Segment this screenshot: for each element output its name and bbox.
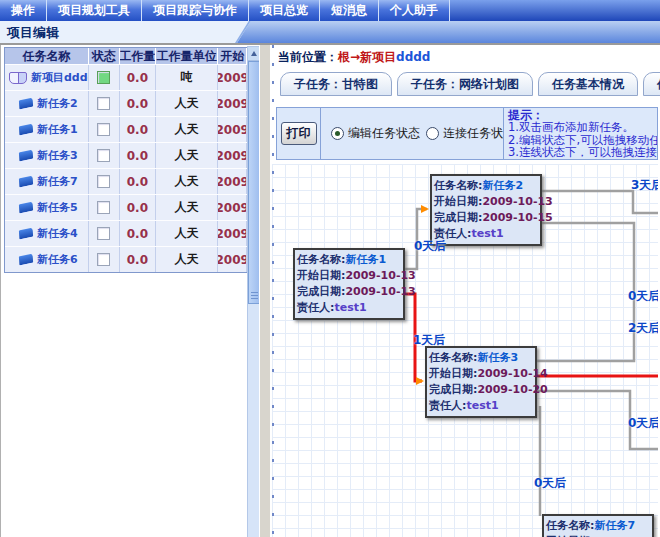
menubar: 操作项目规划工具项目跟踪与协作项目总览短消息个人助手 — [0, 0, 660, 21]
unit-cell: 人天 — [156, 247, 218, 272]
menu-item[interactable]: 项目跟踪与协作 — [142, 0, 249, 21]
workload-cell: 0.0 — [120, 221, 157, 246]
field-label: 开始日期: — [429, 367, 477, 380]
field-value: 新任务2 — [482, 179, 523, 192]
breadcrumb-arrow-icon: → — [350, 50, 360, 64]
task-node[interactable]: 任务名称:新任务7开始日期:2009-10-20 — [542, 514, 654, 537]
print-button[interactable]: 打印 — [281, 122, 317, 145]
task-node-field: 责任人:test1 — [434, 226, 540, 242]
breadcrumb-project-suffix[interactable]: dddd — [396, 50, 430, 64]
task-name-cell: 新任务3 — [5, 143, 89, 168]
status-checkbox[interactable] — [97, 201, 110, 214]
network-diagram-canvas[interactable]: 任务名称:新任务2开始日期:2009-10-13完成日期:2009-10-15责… — [272, 164, 658, 537]
breadcrumb-root-link[interactable]: 根 — [338, 50, 350, 64]
table-row[interactable]: 新项目dddd0.0吨2009 — [5, 64, 247, 90]
task-node-field: 任务名称:新任务2 — [434, 178, 540, 194]
workload-cell: 0.0 — [120, 65, 157, 90]
table-row[interactable]: 新任务10.0人天2009 — [5, 116, 247, 142]
task-node-field: 任务名称:新任务3 — [429, 350, 535, 366]
task-name-cell: 新任务7 — [5, 169, 89, 194]
edit-mode-radio[interactable] — [331, 127, 344, 140]
app-window: 操作项目规划工具项目跟踪与协作项目总览短消息个人助手 项目编辑 任务名称状态工作… — [0, 0, 660, 537]
page-title: 项目编辑 — [7, 24, 59, 42]
table-row[interactable]: 新任务30.0人天2009 — [5, 142, 247, 168]
book-icon — [19, 98, 33, 110]
menu-item[interactable]: 项目规划工具 — [47, 0, 142, 21]
subtask-tabs: 子任务：甘特图子任务：网络计划图任务基本情况任务变更 — [280, 72, 660, 95]
mode-radios: 编辑任务状态 连接任务状态 — [321, 108, 504, 159]
table-row[interactable]: 新任务60.0人天2009 — [5, 246, 247, 272]
breadcrumb-project-link[interactable]: 新项目 — [360, 50, 396, 64]
status-cell — [89, 91, 120, 116]
task-name-label: 新任务3 — [37, 148, 78, 163]
network-diagram-panel: 当前位置：根→新项目dddd 子任务：甘特图子任务：网络计划图任务基本情况任务变… — [270, 45, 660, 537]
start-date-cell: 2009 — [218, 169, 247, 194]
status-checkbox[interactable] — [97, 123, 110, 136]
task-name-cell: 新任务6 — [5, 247, 89, 272]
arrowhead-icon — [421, 205, 429, 213]
column-header[interactable]: 工作量 — [120, 48, 157, 64]
hints-box: 提示： 1.双击画布添加新任务。2.编辑状态下,可以拖拽移动任务框3.连线状态下… — [504, 108, 657, 159]
tab[interactable]: 任务变更 — [643, 72, 660, 96]
tab[interactable]: 子任务：网络计划图 — [397, 72, 533, 96]
start-date-cell: 2009 — [218, 65, 247, 90]
start-date-cell: 2009 — [218, 247, 247, 272]
tab[interactable]: 子任务：甘特图 — [280, 72, 392, 96]
task-name-label: 新项目dddd — [31, 70, 89, 85]
task-node-field: 完成日期:2009-10-20 — [429, 382, 535, 398]
field-value: test1 — [334, 301, 366, 314]
table-row[interactable]: 新任务40.0人天2009 — [5, 220, 247, 246]
splitter-dots-icon — [272, 45, 274, 537]
start-date-cell: 2009 — [218, 195, 247, 220]
tab[interactable]: 任务基本情况 — [538, 72, 638, 96]
task-node[interactable]: 任务名称:新任务1开始日期:2009-10-13完成日期:2009-10-13责… — [293, 248, 405, 320]
task-node-field: 开始日期:2009-10-13 — [434, 194, 540, 210]
page-tabstrip: 项目编辑 — [0, 21, 660, 43]
workload-cell: 0.0 — [120, 247, 157, 272]
menu-item[interactable]: 个人助手 — [379, 0, 450, 21]
status-checkbox[interactable] — [97, 71, 110, 84]
menu-item[interactable]: 操作 — [0, 0, 47, 21]
column-header[interactable]: 任务名称 — [5, 48, 89, 64]
task-name-label: 新任务7 — [37, 174, 78, 189]
menu-item[interactable]: 短消息 — [320, 0, 379, 21]
hints-lines: 1.双击画布添加新任务。2.编辑状态下,可以拖拽移动任务框3.连线状态下，可以拖… — [508, 121, 657, 159]
column-header[interactable]: 工作量单位 — [156, 48, 218, 64]
start-date-cell: 2009 — [218, 221, 247, 246]
task-name-label: 新任务6 — [37, 252, 78, 267]
status-checkbox[interactable] — [97, 149, 110, 162]
book-icon — [19, 254, 33, 266]
task-node[interactable]: 任务名称:新任务3开始日期:2009-10-14完成日期:2009-10-20责… — [425, 346, 537, 418]
table-row[interactable]: 新任务70.0人天2009 — [5, 168, 247, 194]
column-header[interactable]: 开始 — [218, 48, 247, 64]
task-name-label: 新任务1 — [37, 122, 78, 137]
table-row[interactable]: 新任务20.0人天2009 — [5, 90, 247, 116]
field-value: 2009-10-14 — [477, 367, 547, 380]
field-label: 任务名称: — [429, 351, 477, 364]
connector-line — [537, 223, 634, 361]
connect-mode-radio[interactable] — [426, 127, 439, 140]
task-node-field: 开始日期:2009-10-14 — [429, 366, 535, 382]
status-checkbox[interactable] — [97, 227, 110, 240]
workload-cell: 0.0 — [120, 117, 157, 142]
task-node-field: 开始日期:2009-10-13 — [297, 268, 403, 284]
menu-item[interactable]: 项目总览 — [249, 0, 320, 21]
status-checkbox[interactable] — [97, 97, 110, 110]
open-book-icon — [9, 72, 27, 84]
book-icon — [19, 202, 33, 214]
column-header[interactable]: 状态 — [89, 48, 120, 64]
field-value: test1 — [471, 227, 503, 240]
task-node[interactable]: 任务名称:新任务2开始日期:2009-10-13完成日期:2009-10-15责… — [430, 174, 542, 246]
table-header-row: 任务名称状态工作量工作量单位开始 — [5, 48, 247, 64]
task-node-field: 完成日期:2009-10-15 — [434, 210, 540, 226]
workload-cell: 0.0 — [120, 143, 157, 168]
field-value: 2009-10-15 — [482, 211, 552, 224]
status-checkbox[interactable] — [97, 253, 110, 266]
field-value: 2009-10-20 — [477, 383, 547, 396]
field-label: 完成日期: — [434, 211, 482, 224]
start-date-cell: 2009 — [218, 117, 247, 142]
edge-delay-label: 0天后 — [414, 238, 446, 255]
table-row[interactable]: 新任务50.0人天2009 — [5, 194, 247, 220]
edge-delay-label: 3天后 — [631, 177, 658, 194]
status-checkbox[interactable] — [97, 175, 110, 188]
